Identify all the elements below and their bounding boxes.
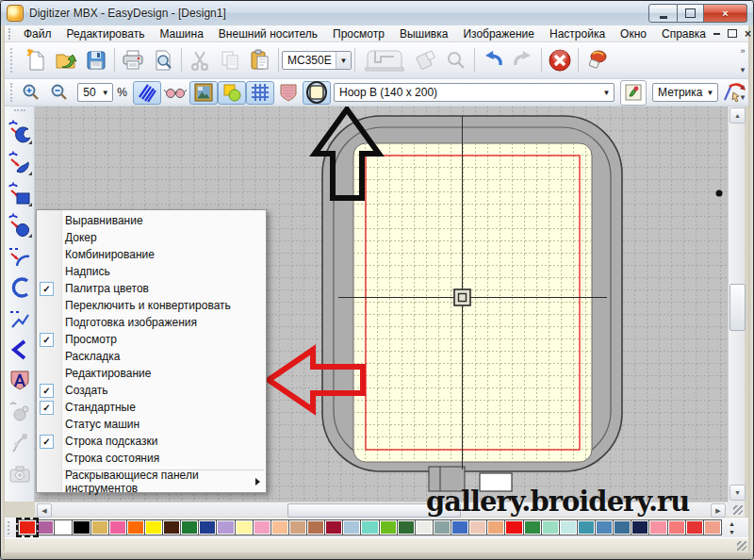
context-menu-item[interactable]: ✓Создать [37, 382, 266, 399]
color-swatch[interactable] [433, 519, 451, 535]
chevron-down-icon[interactable]: ▼ [98, 84, 112, 101]
context-menu-item[interactable]: Докер [37, 229, 266, 246]
context-menu-item[interactable]: Подготовка изображения [37, 314, 266, 331]
context-menu-item[interactable]: ✓Строка подсказки [37, 433, 266, 450]
zoom-level-combo[interactable]: 50 ▼ [77, 83, 113, 102]
resize-grip[interactable] [737, 541, 746, 551]
toolbar-drag-handle[interactable] [10, 83, 13, 102]
color-swatch[interactable] [577, 519, 596, 535]
scroll-up-button[interactable]: ▲ [729, 107, 746, 124]
context-menu-item[interactable]: Раскрывающиеся панели инструментов [37, 473, 266, 490]
context-menu-item[interactable]: Раскладка [37, 348, 266, 365]
show-needle-points-button[interactable] [161, 81, 189, 105]
tool-branching[interactable] [7, 429, 33, 456]
color-swatch[interactable] [523, 519, 542, 535]
color-swatch[interactable] [216, 519, 235, 535]
context-menu-item[interactable]: Переключить и конвертировать [37, 297, 266, 314]
paste-button[interactable] [245, 45, 275, 75]
hoop-combo[interactable]: Hoop B (140 x 200) ▼ [334, 83, 615, 102]
scroll-left-button[interactable]: ◀ [37, 503, 52, 518]
toolbar-overflow[interactable]: »▾ [737, 81, 748, 104]
context-menu-item[interactable]: ✓Просмотр [37, 331, 266, 348]
menu-10[interactable]: Справка [654, 26, 713, 41]
chevron-down-icon[interactable]: ▼ [703, 84, 717, 101]
color-swatch[interactable] [468, 519, 487, 535]
color-swatch[interactable] [613, 519, 631, 535]
chevron-down-icon[interactable]: ▼ [599, 84, 614, 101]
maximize-button[interactable] [678, 4, 704, 23]
tool-closed-object[interactable] [7, 118, 33, 145]
color-swatch[interactable] [253, 519, 271, 535]
color-swatch[interactable] [54, 519, 73, 535]
tool-photo-flash[interactable] [7, 460, 33, 487]
color-swatch[interactable] [685, 519, 704, 535]
copy-button[interactable] [215, 45, 245, 75]
color-swatch[interactable] [667, 519, 686, 535]
color-swatch[interactable] [397, 519, 416, 535]
toolbar-drag-handle[interactable] [10, 48, 17, 74]
show-vectors-button[interactable] [218, 81, 246, 105]
tool-open-object[interactable] [7, 149, 33, 176]
show-hoop-button[interactable] [303, 81, 331, 105]
machine-combo[interactable]: MC350E ▼ [282, 51, 352, 70]
color-swatch[interactable] [36, 519, 55, 535]
menu-7[interactable]: Изображение [455, 26, 542, 41]
tool-fill-design[interactable] [7, 398, 33, 425]
open-design-button[interactable] [51, 45, 81, 75]
toolbox-drag-handle[interactable] [14, 109, 25, 115]
menu-2[interactable]: Редактировать [59, 26, 153, 41]
color-swatch[interactable] [324, 519, 343, 535]
color-swatch[interactable] [235, 519, 254, 535]
tool-rectangle[interactable] [7, 180, 33, 207]
menubar-drag-handle[interactable] [8, 28, 10, 40]
show-picture-button[interactable] [189, 81, 218, 105]
context-menu-item[interactable]: Комбинирование [37, 246, 266, 263]
close-design-button[interactable] [545, 45, 575, 75]
menu-9[interactable]: Окно [613, 26, 654, 41]
color-swatch[interactable] [541, 519, 560, 535]
color-swatch[interactable] [360, 519, 379, 535]
color-swatch[interactable] [306, 519, 325, 535]
new-document-button[interactable] [21, 45, 51, 75]
units-combo[interactable]: Метрика ▼ [652, 83, 718, 102]
mdi-restore-icon[interactable] [728, 29, 737, 38]
undo-button[interactable] [478, 45, 508, 75]
color-swatch[interactable] [379, 519, 398, 535]
write-to-machine-button[interactable] [358, 45, 411, 75]
palette-drag-handle[interactable] [8, 521, 14, 535]
color-swatch[interactable] [18, 519, 37, 535]
menu-1[interactable]: Файл [16, 26, 59, 41]
color-swatch[interactable] [559, 519, 578, 535]
menu-3[interactable]: Машина [152, 26, 210, 41]
color-swatch[interactable] [270, 519, 289, 535]
vertical-scrollbar[interactable]: ▲ ▼ [728, 107, 745, 502]
chevron-down-icon[interactable]: ▼ [336, 52, 351, 69]
resize-grip[interactable] [733, 505, 743, 515]
color-swatch[interactable] [703, 519, 722, 535]
design-finder-button[interactable] [441, 45, 471, 75]
menu-8[interactable]: Настройка [542, 26, 613, 41]
write-to-card-button[interactable] [411, 45, 441, 75]
context-menu-item[interactable]: Редактирование [37, 365, 266, 382]
save-design-button[interactable] [81, 45, 111, 75]
minimize-button[interactable] [648, 4, 678, 23]
color-swatch[interactable] [486, 519, 505, 535]
context-menu-item[interactable]: ✓Стандартные [37, 399, 266, 416]
color-swatch[interactable] [162, 519, 181, 535]
palette-spinner[interactable]: ▲▼ [729, 520, 735, 535]
color-swatch[interactable] [504, 519, 523, 535]
color-swatch[interactable] [108, 519, 127, 535]
show-fabric-button[interactable] [274, 81, 303, 105]
color-swatch[interactable] [144, 519, 163, 535]
menu-6[interactable]: Вышивка [392, 26, 456, 41]
menu-4[interactable]: Внешний носитель [211, 26, 325, 41]
color-swatch[interactable] [180, 519, 199, 535]
hoop-position-button[interactable] [620, 80, 647, 106]
context-menu-item[interactable]: Выравнивание [37, 212, 266, 229]
toolbar-overflow[interactable]: »▾ [737, 44, 748, 76]
color-swatch[interactable] [595, 519, 614, 535]
context-menu-item[interactable]: Надпись [37, 263, 266, 280]
tool-circle-arc[interactable] [7, 273, 33, 301]
tool-lettering[interactable] [7, 367, 33, 394]
color-swatch[interactable] [126, 519, 145, 535]
